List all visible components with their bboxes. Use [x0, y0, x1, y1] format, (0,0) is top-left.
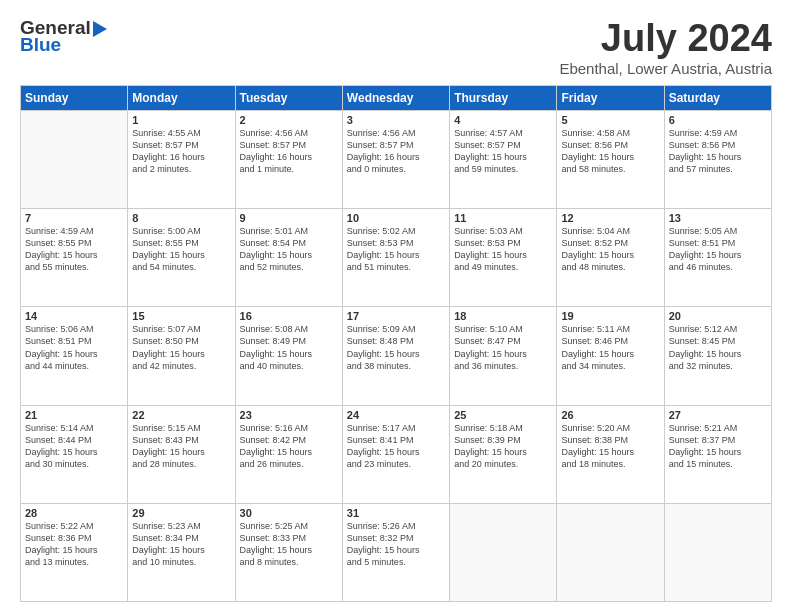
- logo: General Blue: [20, 18, 107, 54]
- day-number: 20: [669, 310, 767, 322]
- day-info: Sunrise: 4:56 AMSunset: 8:57 PMDaylight:…: [347, 127, 445, 176]
- table-row: 14Sunrise: 5:06 AMSunset: 8:51 PMDayligh…: [21, 307, 128, 405]
- header-monday: Monday: [128, 85, 235, 110]
- day-number: 26: [561, 409, 659, 421]
- day-info: Sunrise: 5:03 AMSunset: 8:53 PMDaylight:…: [454, 225, 552, 274]
- day-info: Sunrise: 5:11 AMSunset: 8:46 PMDaylight:…: [561, 323, 659, 372]
- day-number: 6: [669, 114, 767, 126]
- day-number: 14: [25, 310, 123, 322]
- table-row: 11Sunrise: 5:03 AMSunset: 8:53 PMDayligh…: [450, 209, 557, 307]
- day-number: 1: [132, 114, 230, 126]
- header-sunday: Sunday: [21, 85, 128, 110]
- table-row: 17Sunrise: 5:09 AMSunset: 8:48 PMDayligh…: [342, 307, 449, 405]
- header-wednesday: Wednesday: [342, 85, 449, 110]
- table-row: 27Sunrise: 5:21 AMSunset: 8:37 PMDayligh…: [664, 405, 771, 503]
- day-number: 11: [454, 212, 552, 224]
- day-number: 4: [454, 114, 552, 126]
- day-info: Sunrise: 5:12 AMSunset: 8:45 PMDaylight:…: [669, 323, 767, 372]
- day-number: 13: [669, 212, 767, 224]
- day-info: Sunrise: 5:08 AMSunset: 8:49 PMDaylight:…: [240, 323, 338, 372]
- day-info: Sunrise: 5:07 AMSunset: 8:50 PMDaylight:…: [132, 323, 230, 372]
- day-number: 9: [240, 212, 338, 224]
- day-number: 15: [132, 310, 230, 322]
- table-row: 10Sunrise: 5:02 AMSunset: 8:53 PMDayligh…: [342, 209, 449, 307]
- day-info: Sunrise: 4:58 AMSunset: 8:56 PMDaylight:…: [561, 127, 659, 176]
- table-row: [664, 503, 771, 601]
- day-info: Sunrise: 4:55 AMSunset: 8:57 PMDaylight:…: [132, 127, 230, 176]
- day-info: Sunrise: 5:25 AMSunset: 8:33 PMDaylight:…: [240, 520, 338, 569]
- day-info: Sunrise: 4:56 AMSunset: 8:57 PMDaylight:…: [240, 127, 338, 176]
- day-info: Sunrise: 5:22 AMSunset: 8:36 PMDaylight:…: [25, 520, 123, 569]
- day-info: Sunrise: 4:57 AMSunset: 8:57 PMDaylight:…: [454, 127, 552, 176]
- calendar-week-row: 28Sunrise: 5:22 AMSunset: 8:36 PMDayligh…: [21, 503, 772, 601]
- day-number: 16: [240, 310, 338, 322]
- day-info: Sunrise: 4:59 AMSunset: 8:56 PMDaylight:…: [669, 127, 767, 176]
- day-number: 22: [132, 409, 230, 421]
- table-row: 5Sunrise: 4:58 AMSunset: 8:56 PMDaylight…: [557, 110, 664, 208]
- table-row: 8Sunrise: 5:00 AMSunset: 8:55 PMDaylight…: [128, 209, 235, 307]
- day-number: 2: [240, 114, 338, 126]
- table-row: 20Sunrise: 5:12 AMSunset: 8:45 PMDayligh…: [664, 307, 771, 405]
- table-row: 24Sunrise: 5:17 AMSunset: 8:41 PMDayligh…: [342, 405, 449, 503]
- day-info: Sunrise: 5:10 AMSunset: 8:47 PMDaylight:…: [454, 323, 552, 372]
- day-info: Sunrise: 5:18 AMSunset: 8:39 PMDaylight:…: [454, 422, 552, 471]
- day-info: Sunrise: 5:26 AMSunset: 8:32 PMDaylight:…: [347, 520, 445, 569]
- day-number: 31: [347, 507, 445, 519]
- day-info: Sunrise: 5:21 AMSunset: 8:37 PMDaylight:…: [669, 422, 767, 471]
- logo-arrow-icon: [93, 21, 107, 37]
- day-info: Sunrise: 5:16 AMSunset: 8:42 PMDaylight:…: [240, 422, 338, 471]
- day-info: Sunrise: 5:01 AMSunset: 8:54 PMDaylight:…: [240, 225, 338, 274]
- day-number: 5: [561, 114, 659, 126]
- day-info: Sunrise: 5:14 AMSunset: 8:44 PMDaylight:…: [25, 422, 123, 471]
- day-info: Sunrise: 5:20 AMSunset: 8:38 PMDaylight:…: [561, 422, 659, 471]
- subtitle: Ebenthal, Lower Austria, Austria: [559, 60, 772, 77]
- day-info: Sunrise: 5:15 AMSunset: 8:43 PMDaylight:…: [132, 422, 230, 471]
- header: General Blue July 2024 Ebenthal, Lower A…: [20, 18, 772, 77]
- table-row: 4Sunrise: 4:57 AMSunset: 8:57 PMDaylight…: [450, 110, 557, 208]
- calendar-week-row: 14Sunrise: 5:06 AMSunset: 8:51 PMDayligh…: [21, 307, 772, 405]
- calendar-week-row: 21Sunrise: 5:14 AMSunset: 8:44 PMDayligh…: [21, 405, 772, 503]
- day-info: Sunrise: 5:17 AMSunset: 8:41 PMDaylight:…: [347, 422, 445, 471]
- header-friday: Friday: [557, 85, 664, 110]
- table-row: 7Sunrise: 4:59 AMSunset: 8:55 PMDaylight…: [21, 209, 128, 307]
- day-info: Sunrise: 5:09 AMSunset: 8:48 PMDaylight:…: [347, 323, 445, 372]
- day-number: 24: [347, 409, 445, 421]
- day-info: Sunrise: 5:00 AMSunset: 8:55 PMDaylight:…: [132, 225, 230, 274]
- header-tuesday: Tuesday: [235, 85, 342, 110]
- main-title: July 2024: [559, 18, 772, 60]
- table-row: 13Sunrise: 5:05 AMSunset: 8:51 PMDayligh…: [664, 209, 771, 307]
- table-row: [450, 503, 557, 601]
- table-row: [557, 503, 664, 601]
- day-info: Sunrise: 5:06 AMSunset: 8:51 PMDaylight:…: [25, 323, 123, 372]
- table-row: 29Sunrise: 5:23 AMSunset: 8:34 PMDayligh…: [128, 503, 235, 601]
- day-number: 19: [561, 310, 659, 322]
- calendar-table: Sunday Monday Tuesday Wednesday Thursday…: [20, 85, 772, 602]
- day-number: 18: [454, 310, 552, 322]
- title-block: July 2024 Ebenthal, Lower Austria, Austr…: [559, 18, 772, 77]
- header-thursday: Thursday: [450, 85, 557, 110]
- day-number: 25: [454, 409, 552, 421]
- logo-blue: Blue: [20, 35, 61, 54]
- day-number: 28: [25, 507, 123, 519]
- table-row: 23Sunrise: 5:16 AMSunset: 8:42 PMDayligh…: [235, 405, 342, 503]
- table-row: 18Sunrise: 5:10 AMSunset: 8:47 PMDayligh…: [450, 307, 557, 405]
- table-row: 19Sunrise: 5:11 AMSunset: 8:46 PMDayligh…: [557, 307, 664, 405]
- table-row: 15Sunrise: 5:07 AMSunset: 8:50 PMDayligh…: [128, 307, 235, 405]
- header-saturday: Saturday: [664, 85, 771, 110]
- weekday-header-row: Sunday Monday Tuesday Wednesday Thursday…: [21, 85, 772, 110]
- day-info: Sunrise: 4:59 AMSunset: 8:55 PMDaylight:…: [25, 225, 123, 274]
- day-number: 17: [347, 310, 445, 322]
- day-number: 27: [669, 409, 767, 421]
- table-row: 3Sunrise: 4:56 AMSunset: 8:57 PMDaylight…: [342, 110, 449, 208]
- table-row: 25Sunrise: 5:18 AMSunset: 8:39 PMDayligh…: [450, 405, 557, 503]
- table-row: 22Sunrise: 5:15 AMSunset: 8:43 PMDayligh…: [128, 405, 235, 503]
- day-number: 23: [240, 409, 338, 421]
- table-row: 21Sunrise: 5:14 AMSunset: 8:44 PMDayligh…: [21, 405, 128, 503]
- table-row: 6Sunrise: 4:59 AMSunset: 8:56 PMDaylight…: [664, 110, 771, 208]
- day-number: 10: [347, 212, 445, 224]
- table-row: 26Sunrise: 5:20 AMSunset: 8:38 PMDayligh…: [557, 405, 664, 503]
- table-row: 28Sunrise: 5:22 AMSunset: 8:36 PMDayligh…: [21, 503, 128, 601]
- day-info: Sunrise: 5:05 AMSunset: 8:51 PMDaylight:…: [669, 225, 767, 274]
- table-row: 16Sunrise: 5:08 AMSunset: 8:49 PMDayligh…: [235, 307, 342, 405]
- day-number: 30: [240, 507, 338, 519]
